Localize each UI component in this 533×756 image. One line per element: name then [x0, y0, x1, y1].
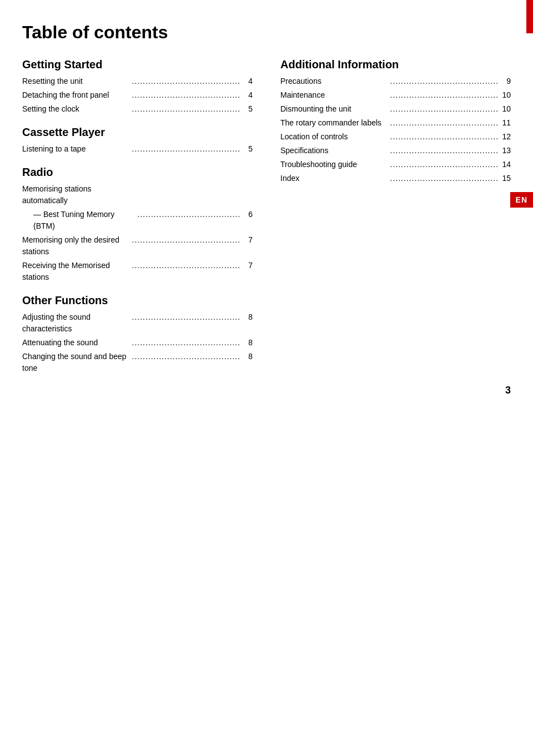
- toc-entry-precautions: Precautions ............................…: [280, 75, 511, 87]
- toc-entry-specifications: Specifications .........................…: [280, 145, 511, 157]
- top-bar-decoration: [526, 0, 533, 33]
- toc-entry-index: Index ..................................…: [280, 173, 511, 184]
- toc-entry-maintenance: Maintenance ............................…: [280, 89, 511, 101]
- right-column: Additional Information Precautions .....…: [269, 58, 511, 385]
- section-additional-information: Additional Information Precautions .....…: [280, 58, 511, 184]
- page-number: 3: [505, 385, 511, 396]
- section-heading-additional-information: Additional Information: [280, 58, 511, 71]
- toc-entry-listening-tape: Listening to a tape ....................…: [22, 143, 253, 155]
- section-heading-getting-started: Getting Started: [22, 58, 253, 71]
- toc-entry-resetting: Resetting the unit .....................…: [22, 75, 253, 87]
- toc-entry-changing-sound: Changing the sound and beep tone .......…: [22, 351, 253, 374]
- section-other-functions: Other Functions Adjusting the sound char…: [22, 294, 253, 374]
- section-radio: Radio Memorising stations automatically …: [22, 166, 253, 283]
- toc-entry-location-controls: Location of controls ...................…: [280, 131, 511, 143]
- toc-entry-memorising-stations: Memorising stations automatically: [22, 183, 253, 206]
- section-heading-cassette-player: Cassette Player: [22, 126, 253, 139]
- left-column: Getting Started Resetting the unit .....…: [22, 58, 269, 385]
- section-heading-radio: Radio: [22, 166, 253, 179]
- toc-entry-attenuating-sound: Attenuating the sound ..................…: [22, 337, 253, 349]
- toc-entry-adjusting-sound: Adjusting the sound characteristics ....…: [22, 311, 253, 335]
- section-cassette-player: Cassette Player Listening to a tape ....…: [22, 126, 253, 155]
- page-title: Table of contents: [22, 22, 511, 43]
- language-badge: EN: [510, 192, 533, 208]
- section-heading-other-functions: Other Functions: [22, 294, 253, 307]
- toc-entry-detaching: Detaching the front panel ..............…: [22, 89, 253, 101]
- toc-entry-memorising-desired: Memorising only the desired stations ...…: [22, 234, 253, 258]
- toc-entry-receiving-memorised: Receiving the Memorised stations .......…: [22, 260, 253, 283]
- toc-entry-setting-clock: Setting the clock ......................…: [22, 103, 253, 115]
- toc-entry-dismounting: Dismounting the unit ...................…: [280, 103, 511, 115]
- section-getting-started: Getting Started Resetting the unit .....…: [22, 58, 253, 115]
- toc-entry-rotary-commander: The rotary commander labels ............…: [280, 117, 511, 129]
- toc-entry-btm: — Best Tuning Memory (BTM) .............…: [22, 209, 253, 232]
- toc-entry-troubleshooting: Troubleshooting guide ..................…: [280, 159, 511, 170]
